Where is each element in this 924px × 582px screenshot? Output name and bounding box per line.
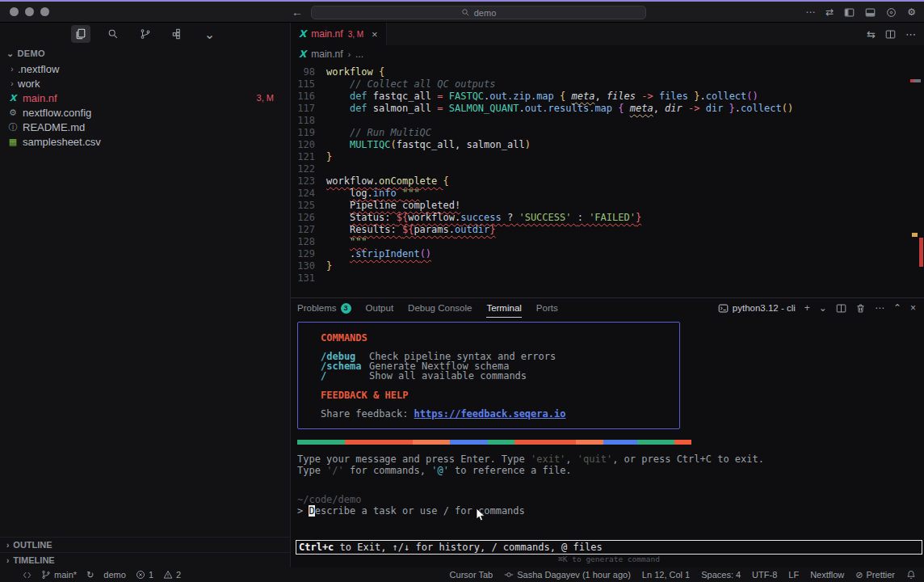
file-name: .nextflow <box>18 63 274 75</box>
code-line[interactable]: 124 log.info """ <box>291 188 924 200</box>
close-icon[interactable]: × <box>910 302 916 314</box>
file-item-readme-md[interactable]: ⓘREADME.md <box>0 120 290 134</box>
assistant-icon[interactable] <box>886 7 897 18</box>
breadcrumb-file[interactable]: main.nf <box>311 48 342 60</box>
status-item-nextflow[interactable]: Nextflow <box>810 570 844 580</box>
feedback-link[interactable]: https://feedback.seqera.io <box>414 408 566 420</box>
terminal-input-box[interactable]: Ctrl+c to Exit, ↑/↓ for history, / comma… <box>296 540 922 555</box>
panel-tab-problems[interactable]: Problems3 <box>297 298 351 318</box>
minimize-traffic-light[interactable] <box>25 7 34 16</box>
terminal-prompt-line[interactable]: > Describe a task or use / for commands <box>297 505 924 517</box>
file-item-samplesheet-csv[interactable]: ▦samplesheet.csv <box>0 134 290 149</box>
code-line[interactable]: 120 MULTIQC(fastqc_all, salmon_all) <box>291 139 924 151</box>
code-text <box>315 272 326 285</box>
status-item-utf-8[interactable]: UTF-8 <box>752 570 777 580</box>
explorer-icon[interactable] <box>71 25 90 43</box>
panel-tab-ports[interactable]: Ports <box>536 298 558 318</box>
new-terminal-icon[interactable]: + <box>804 302 810 314</box>
code-line[interactable]: 119 // Run MultiQC <box>291 127 924 139</box>
line-number: 125 <box>291 200 315 212</box>
split-terminal-icon[interactable] <box>836 303 846 314</box>
more-icon[interactable]: ⋯ <box>875 302 884 314</box>
status-item-cursor-tab[interactable]: Cursor Tab <box>450 570 494 580</box>
rainbow-segment <box>450 440 487 445</box>
status-item-ln-12-col-1[interactable]: Ln 12, Col 1 <box>642 570 690 580</box>
chevron-up-icon[interactable]: ⌃ <box>893 302 901 314</box>
chevron-right-icon: › <box>348 50 351 59</box>
panel-tab-debug-console[interactable]: Debug Console <box>408 298 472 318</box>
file-item-work[interactable]: ›work <box>0 76 290 91</box>
settings-gear-icon[interactable]: ⚙ <box>907 6 916 18</box>
close-traffic-light[interactable] <box>10 7 19 16</box>
code-text: MULTIQC(fastqc_all, salmon_all) <box>315 139 531 151</box>
file-item-nextflow-config[interactable]: ⚙nextflow.config <box>0 105 290 120</box>
code-line[interactable]: 126 Status: ${workflow.success ? 'SUCCES… <box>291 212 924 224</box>
status-item-sasha-dagayev-1-hour-ago-[interactable]: Sasha Dagayev (1 hour ago) <box>504 570 631 580</box>
back-arrow-icon[interactable]: ← <box>292 6 303 19</box>
chevron-down-icon[interactable]: ⌄ <box>200 25 220 43</box>
code-line[interactable]: 123workflow.onComplete { <box>291 175 924 188</box>
tab-close-icon[interactable]: × <box>372 28 378 40</box>
panel-tab-output[interactable]: Output <box>366 298 394 318</box>
layout-panel-icon[interactable] <box>865 7 876 18</box>
code-line[interactable]: 98workflow { <box>291 66 924 78</box>
explorer-header[interactable]: ⌄ DEMO <box>0 45 290 61</box>
remote-icon <box>23 571 32 580</box>
code-text: log.info """ <box>315 188 420 200</box>
tab-main-nf[interactable]: X main.nf 3, M × <box>291 23 387 45</box>
code-editor[interactable]: 98workflow {115 // Collect all QC output… <box>291 63 924 297</box>
line-number: 121 <box>291 151 315 163</box>
code-line[interactable]: 131 <box>291 272 924 285</box>
status-item-sync-icon[interactable]: ↻ <box>86 570 94 580</box>
status-item-spaces-4[interactable]: Spaces: 4 <box>701 570 741 580</box>
open-changes-icon[interactable]: ⇆ <box>867 28 876 40</box>
maximize-traffic-light[interactable] <box>40 7 49 16</box>
status-item-demo[interactable]: demo <box>103 570 126 580</box>
code-line[interactable]: 127 Results: ${params.outdir} <box>291 224 924 236</box>
more-icon[interactable]: ⋯ <box>805 6 815 18</box>
code-line[interactable]: 115 // Collect all QC outputs <box>291 78 924 91</box>
search-icon[interactable] <box>103 25 123 43</box>
terminal[interactable]: COMMANDS /debugCheck pipeline syntax and… <box>291 318 924 567</box>
feedback-label: Share feedback: <box>321 408 414 420</box>
command-center-search[interactable]: demo <box>311 6 646 19</box>
file-item-main-nf[interactable]: Xmain.nf3, M <box>0 91 290 105</box>
breadcrumb[interactable]: X main.nf › ... <box>291 45 924 63</box>
trash-icon[interactable] <box>855 303 866 314</box>
status-item-remote-icon[interactable] <box>23 571 32 580</box>
layout-sidebar-icon[interactable] <box>844 7 855 18</box>
status-item-prettier[interactable]: ⊘Prettier <box>855 570 895 580</box>
status-item-main-[interactable]: main* <box>41 570 77 580</box>
line-number: 129 <box>291 248 315 260</box>
code-line[interactable]: 121} <box>291 151 924 163</box>
status-item-lf[interactable]: LF <box>788 570 799 580</box>
breadcrumb-more[interactable]: ... <box>355 48 363 60</box>
tab-modified-badge: 3, M <box>348 30 363 39</box>
error-icon <box>136 570 145 580</box>
timeline-section[interactable]: › TIMELINE <box>0 552 290 567</box>
outline-section[interactable]: › OUTLINE <box>0 537 290 552</box>
status-item-2[interactable]: 2 <box>163 570 181 580</box>
file-item--nextflow[interactable]: ›.nextflow <box>0 61 290 76</box>
panel-tab-terminal[interactable]: Terminal <box>486 298 521 318</box>
code-line[interactable]: 118 <box>291 115 924 127</box>
chevron-right-icon: › <box>6 79 18 88</box>
code-line[interactable]: 117 def salmon_all = SALMON_QUANT.out.re… <box>291 103 924 115</box>
chevron-down-icon[interactable]: ⌄ <box>819 302 827 314</box>
status-item-1[interactable]: 1 <box>136 570 153 580</box>
code-line[interactable]: 130} <box>291 260 924 272</box>
code-line[interactable]: 122 <box>291 163 924 175</box>
status-item-bell-icon[interactable] <box>906 570 916 580</box>
split-editor-icon[interactable] <box>885 28 896 40</box>
code-line[interactable]: 125 Pipeline completed! <box>291 200 924 212</box>
more-icon[interactable]: ⋯ <box>905 28 916 40</box>
swap-arrows-icon[interactable]: ⇄ <box>825 6 834 18</box>
code-line[interactable]: 128 """ <box>291 236 924 248</box>
source-control-icon[interactable] <box>136 25 155 43</box>
code-line[interactable]: 129 .stripIndent() <box>291 248 924 260</box>
ctrl-c-hint: Ctrl+c <box>299 542 334 553</box>
line-number: 131 <box>291 272 315 285</box>
extensions-icon[interactable] <box>168 25 187 43</box>
terminal-instance-label[interactable]: python3.12 - cli <box>718 303 796 314</box>
code-line[interactable]: 116 def fastqc_all = FASTQC.out.zip.map … <box>291 91 924 103</box>
